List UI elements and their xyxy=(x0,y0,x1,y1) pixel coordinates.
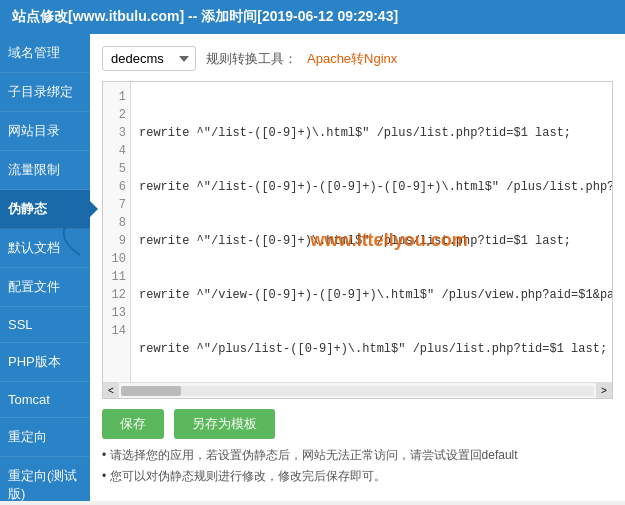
save-button[interactable]: 保存 xyxy=(102,409,164,439)
code-line: rewrite ^"/plus/list-([0-9]+)\.html$" /p… xyxy=(139,340,604,358)
sidebar: 域名管理 子目录绑定 网站目录 流量限制 伪静态 默认文档 配置文件 SSL P… xyxy=(0,34,90,501)
code-content[interactable]: rewrite ^"/list-([0-9]+)\.html$" /plus/l… xyxy=(131,82,612,382)
toolbar-label: 规则转换工具： xyxy=(206,50,297,68)
scrollbar-thumb xyxy=(121,386,181,396)
horizontal-scrollbar[interactable]: < > xyxy=(103,382,612,398)
sidebar-item-subdir[interactable]: 子目录绑定 xyxy=(0,73,90,112)
tip-2: 您可以对伪静态规则进行修改，修改完后保存即可。 xyxy=(102,468,613,485)
apache-to-nginx-link[interactable]: Apache转Nginx xyxy=(307,50,397,68)
save-template-button[interactable]: 另存为模板 xyxy=(174,409,275,439)
code-line: rewrite ^"/list-([0-9]+)\.html$" /plus/l… xyxy=(139,124,604,142)
scroll-left-button[interactable]: < xyxy=(103,383,119,399)
code-editor[interactable]: 1 2 3 4 5 6 7 8 9 10 11 12 13 14 rewrite… xyxy=(103,82,612,382)
sidebar-item-ssl[interactable]: SSL xyxy=(0,307,90,343)
sidebar-item-tomcat[interactable]: Tomcat xyxy=(0,382,90,418)
scroll-right-button[interactable]: > xyxy=(596,383,612,399)
code-line: rewrite ^"/view-([0-9]+)-([0-9]+)\.html$… xyxy=(139,286,604,304)
header-title: 站点修改[www.itbulu.com] -- 添加时间[2019-06-12 … xyxy=(12,8,398,24)
sidebar-item-webdir[interactable]: 网站目录 xyxy=(0,112,90,151)
sidebar-item-default[interactable]: 默认文档 xyxy=(0,229,90,268)
line-numbers: 1 2 3 4 5 6 7 8 9 10 11 12 13 14 xyxy=(103,82,131,382)
buttons-row: 保存 另存为模板 xyxy=(102,409,613,439)
sidebar-item-domain[interactable]: 域名管理 xyxy=(0,34,90,73)
sidebar-item-redirect-test[interactable]: 重定向(测试版) xyxy=(0,457,90,501)
code-editor-container: 1 2 3 4 5 6 7 8 9 10 11 12 13 14 rewrite… xyxy=(102,81,613,399)
code-line: rewrite ^"/list-([0-9]+)\.html$" /plus/l… xyxy=(139,232,604,250)
header: 站点修改[www.itbulu.com] -- 添加时间[2019-06-12 … xyxy=(0,0,625,34)
content-area: dedecms wordpress typecho 规则转换工具： Apache… xyxy=(90,34,625,501)
code-line: rewrite ^"/list-([0-9]+)-([0-9]+)-([0-9]… xyxy=(139,178,604,196)
tip-1: 请选择您的应用，若设置伪静态后，网站无法正常访问，请尝试设置回default xyxy=(102,447,613,464)
sidebar-item-redirect[interactable]: 重定向 xyxy=(0,418,90,457)
sidebar-item-config[interactable]: 配置文件 xyxy=(0,268,90,307)
scrollbar-track[interactable] xyxy=(121,386,594,396)
tips: 请选择您的应用，若设置伪静态后，网站无法正常访问，请尝试设置回default 您… xyxy=(102,447,613,489)
toolbar: dedecms wordpress typecho 规则转换工具： Apache… xyxy=(102,46,613,71)
app-dropdown[interactable]: dedecms wordpress typecho xyxy=(102,46,196,71)
sidebar-item-traffic[interactable]: 流量限制 xyxy=(0,151,90,190)
sidebar-item-pseudo[interactable]: 伪静态 xyxy=(0,190,90,229)
sidebar-item-php[interactable]: PHP版本 xyxy=(0,343,90,382)
